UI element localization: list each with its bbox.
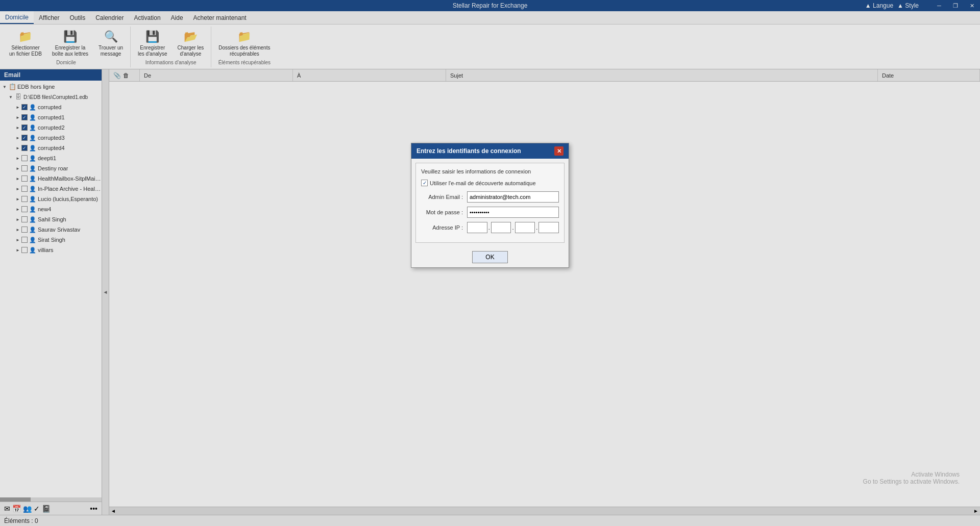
modal-overlay: Entrez les identifiants de connexion ✕ V… (0, 0, 980, 526)
ip-address-row: Adresse IP : . . . (421, 222, 559, 233)
password-label: Mot de passe : (421, 209, 467, 215)
ip-dot-3: . (535, 224, 538, 231)
ip-segment-3[interactable] (515, 222, 535, 233)
ip-segment-4[interactable] (538, 222, 559, 233)
modal-close-button[interactable]: ✕ (554, 146, 564, 156)
ip-dot-2: . (511, 224, 514, 231)
ip-segment-1[interactable] (467, 222, 487, 233)
modal-titlebar: Entrez les identifiants de connexion ✕ (411, 143, 569, 159)
modal-footer: OK (411, 247, 569, 267)
ip-dot-1: . (487, 224, 491, 231)
auto-discover-row: Utiliser l'e-mail de découverte automati… (421, 180, 559, 186)
admin-email-input[interactable] (467, 191, 559, 203)
modal-body: Veuillez saisir les informations de conn… (415, 163, 565, 243)
admin-email-row: Admin Email : (421, 191, 559, 203)
ip-label: Adresse IP : (421, 224, 467, 231)
ip-segment-2[interactable] (491, 222, 511, 233)
admin-email-label: Admin Email : (421, 194, 467, 200)
auto-discover-checkbox[interactable] (421, 180, 428, 186)
ok-button[interactable]: OK (472, 251, 508, 263)
modal-subtitle: Veuillez saisir les informations de conn… (421, 168, 559, 174)
auto-discover-label: Utiliser l'e-mail de découverte automati… (430, 180, 536, 186)
password-input[interactable] (467, 207, 559, 218)
ip-input-group: . . . (467, 222, 559, 233)
modal-title: Entrez les identifiants de connexion (416, 147, 521, 155)
password-row: Mot de passe : (421, 207, 559, 218)
login-dialog: Entrez les identifiants de connexion ✕ V… (411, 143, 569, 268)
